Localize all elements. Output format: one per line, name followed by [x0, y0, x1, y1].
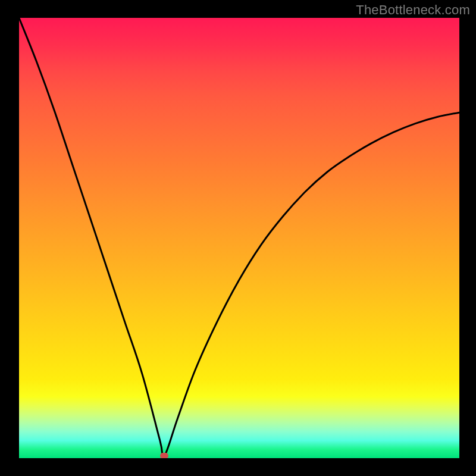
chart-frame: TheBottleneck.com: [0, 0, 476, 476]
optimum-marker: [160, 453, 168, 458]
bottleneck-curve: [19, 18, 459, 458]
watermark-text: TheBottleneck.com: [356, 2, 470, 18]
plot-area: [19, 18, 459, 458]
curve-layer: [19, 18, 459, 458]
